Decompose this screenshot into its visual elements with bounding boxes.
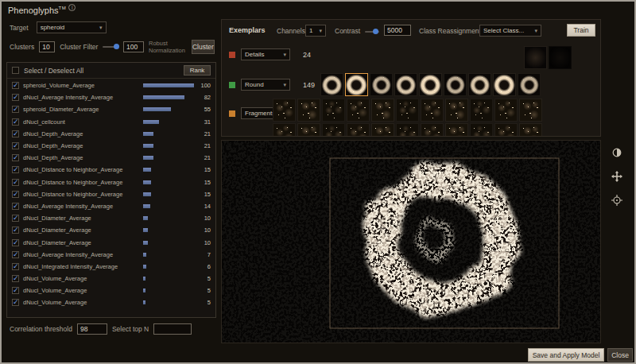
exemplar-tile[interactable] — [494, 99, 518, 122]
train-button[interactable]: Train — [567, 24, 595, 37]
feature-checkbox[interactable] — [12, 118, 19, 126]
feature-checkbox[interactable] — [12, 154, 19, 161]
feature-row[interactable]: dNucl_Depth_Average21 — [7, 140, 215, 152]
exemplar-tile[interactable] — [371, 123, 394, 137]
feature-row[interactable]: dNucl_Depth_Average21 — [7, 152, 215, 164]
feature-checkbox[interactable] — [12, 82, 19, 89]
exemplar-tile[interactable] — [519, 123, 542, 137]
feature-checkbox[interactable] — [12, 166, 19, 173]
rank-button[interactable]: Rank — [184, 65, 211, 76]
contrast-slider[interactable] — [365, 31, 379, 33]
feature-checkbox[interactable] — [12, 239, 19, 246]
info-icon[interactable] — [68, 4, 76, 11]
feature-row[interactable]: dNucl_Diameter_Average10 — [7, 224, 215, 236]
feature-checkbox[interactable] — [12, 130, 19, 137]
exemplar-tile[interactable] — [394, 73, 417, 96]
feature-checkbox[interactable] — [12, 94, 19, 101]
exemplar-tile[interactable] — [347, 99, 370, 122]
pan-icon[interactable] — [609, 168, 625, 184]
feature-checkbox[interactable] — [12, 142, 19, 149]
feature-checkbox[interactable] — [12, 275, 19, 282]
brightness-icon[interactable] — [609, 145, 625, 161]
class-round-select[interactable]: Round — [241, 79, 290, 91]
feature-row[interactable]: dNucl_Distance to Neighbor_Average15 — [7, 176, 215, 188]
feature-row[interactable]: dNucl_Average Intensity_Average14 — [7, 200, 215, 212]
exemplar-tile[interactable] — [396, 123, 419, 137]
exemplar-tile[interactable] — [347, 123, 370, 137]
exemplar-tile[interactable] — [493, 73, 516, 96]
cluster-button[interactable]: Cluster — [192, 40, 215, 54]
exemplar-tile[interactable] — [419, 73, 442, 96]
exemplar-tile[interactable] — [421, 99, 444, 122]
exemplar-tile[interactable] — [370, 73, 393, 96]
exemplar-tile[interactable] — [396, 99, 419, 122]
feature-row[interactable]: dNucl_Integrated Intensity_Average6 — [7, 261, 215, 273]
feature-row[interactable]: dNucl_Distance to Neighbor_Average15 — [7, 188, 215, 200]
robust-normalization-label[interactable]: Robust Normalization — [149, 40, 185, 54]
save-and-apply-model-button[interactable]: Save and Apply Model — [528, 348, 604, 362]
clusters-input[interactable] — [39, 41, 55, 52]
class-details-select[interactable]: Details — [241, 48, 290, 60]
exemplar-tile[interactable] — [549, 46, 572, 69]
feature-checkbox[interactable] — [12, 179, 19, 186]
exemplar-tile[interactable] — [518, 73, 541, 96]
select-top-n-input[interactable] — [153, 323, 192, 335]
exemplar-tile[interactable] — [519, 99, 542, 122]
feature-checkbox[interactable] — [12, 215, 19, 222]
exemplar-tile[interactable] — [320, 73, 343, 96]
feature-checkbox[interactable] — [12, 263, 19, 270]
feature-row[interactable]: dNucl_Diameter_Average10 — [7, 212, 215, 224]
feature-bar-track — [143, 300, 194, 304]
feature-row[interactable]: dNucl_Depth_Average21 — [7, 128, 215, 140]
feature-row[interactable]: dNucl_Average Intensity_Average7 — [7, 249, 215, 261]
exemplar-tile[interactable] — [297, 123, 320, 137]
exemplar-tile[interactable] — [444, 73, 467, 96]
crosshair-icon[interactable] — [609, 192, 625, 208]
exemplar-tile[interactable] — [273, 99, 296, 122]
feature-checkbox[interactable] — [12, 227, 19, 234]
exemplar-tile[interactable] — [445, 99, 468, 122]
feature-row[interactable]: dNucl_Diameter_Average10 — [7, 236, 215, 248]
exemplar-tile[interactable] — [468, 73, 491, 96]
contrast-input[interactable] — [384, 25, 411, 36]
feature-row[interactable]: dNucl_Volume_Average5 — [7, 273, 215, 285]
feature-row[interactable]: dNucl_Volume_Average5 — [7, 296, 215, 308]
exemplar-tile[interactable] — [297, 99, 320, 122]
class-reassignment-select[interactable]: Select Class... — [479, 25, 541, 37]
feature-row[interactable]: dNucl_Distance to Neighbor_Average15 — [7, 164, 215, 176]
feature-checkbox[interactable] — [12, 203, 19, 210]
exemplar-tile[interactable] — [371, 99, 394, 122]
exemplar-tile[interactable] — [322, 99, 345, 122]
exemplar-tile[interactable] — [445, 123, 468, 137]
feature-checkbox[interactable] — [12, 106, 19, 113]
feature-row[interactable]: dNucl_Volume_Average5 — [7, 285, 215, 296]
exemplar-tile[interactable] — [494, 123, 518, 137]
feature-row[interactable]: dNucl_cellcount31 — [7, 116, 215, 128]
cluster-filter-slider[interactable] — [103, 46, 118, 48]
feature-checkbox[interactable] — [12, 251, 19, 258]
image-viewer[interactable] — [221, 140, 601, 343]
feature-label: dNucl_cellcount — [23, 118, 139, 126]
target-value: spheroid — [41, 24, 65, 31]
close-button[interactable]: Close — [607, 348, 633, 362]
feature-row[interactable]: dNucl_Average Intensity_Average82 — [7, 91, 215, 103]
feature-row[interactable]: spheroid_Diameter_Average55 — [7, 103, 215, 115]
slider-knob[interactable] — [373, 29, 378, 34]
feature-checkbox[interactable] — [12, 299, 19, 306]
feature-row[interactable]: spheroid_Volume_Average100 — [7, 79, 215, 91]
correlation-threshold-input[interactable] — [77, 323, 107, 335]
slider-knob[interactable] — [114, 44, 119, 49]
select-all-checkbox[interactable] — [12, 67, 19, 74]
feature-checkbox[interactable] — [12, 287, 19, 294]
exemplar-tile[interactable] — [273, 123, 296, 137]
cluster-filter-input[interactable] — [123, 41, 144, 52]
channels-select[interactable]: 1 — [305, 25, 326, 37]
exemplar-tile[interactable] — [470, 123, 493, 137]
feature-checkbox[interactable] — [12, 191, 19, 198]
exemplar-tile[interactable] — [421, 123, 444, 137]
exemplar-tile[interactable] — [470, 99, 493, 122]
exemplar-tile[interactable] — [524, 46, 547, 69]
target-select[interactable]: spheroid — [37, 21, 107, 33]
exemplar-tile[interactable] — [345, 73, 368, 96]
exemplar-tile[interactable] — [322, 123, 345, 137]
